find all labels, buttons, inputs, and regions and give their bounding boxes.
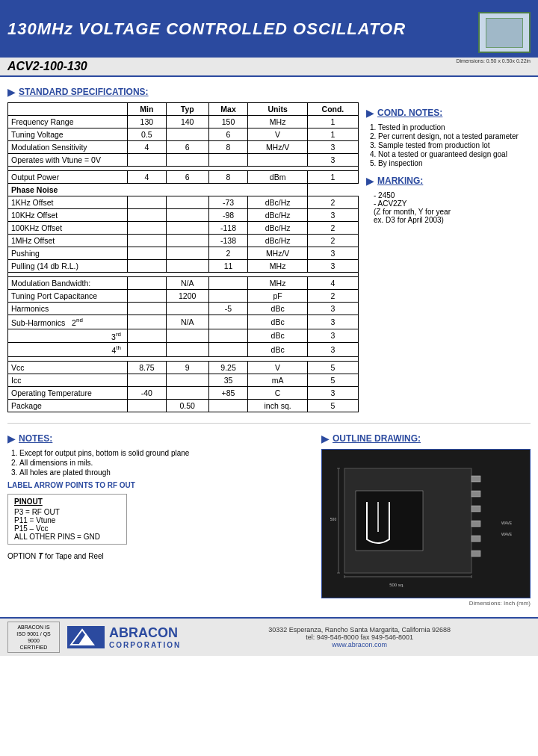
max-cell: -138 — [208, 235, 248, 247]
param-cell: Pulling (14 db R.L.) — [8, 260, 128, 273]
svg-rect-7 — [471, 536, 480, 542]
min-cell — [128, 329, 167, 343]
table-row: Phase Noise — [8, 184, 359, 196]
typ-cell: 1200 — [166, 290, 208, 303]
table-row: 1KHz Offset-73dBc/Hz2 — [8, 196, 359, 209]
cond-cell: 3 — [307, 209, 358, 222]
col-min: Min — [128, 103, 167, 116]
max-cell: 9.25 — [208, 361, 248, 374]
max-cell: -118 — [208, 222, 248, 235]
max-cell: 6 — [208, 128, 248, 141]
outline-label: OUTLINE DRAWING: — [333, 433, 421, 444]
cond-cell: 5 — [307, 361, 358, 374]
typ-cell: 9 — [166, 361, 208, 374]
param-cell: 1KHz Offset — [8, 196, 128, 209]
outline-svg: 500 sq. WAVE WAVE 500 — [322, 450, 531, 598]
typ-cell — [166, 260, 208, 273]
max-cell: -5 — [208, 303, 248, 315]
marking-content: - 2450- ACV2ZY(Z for month, Y for year e… — [366, 191, 531, 224]
typ-cell — [166, 374, 208, 386]
cond-cell: 3 — [307, 386, 358, 399]
cond-cell: 2 — [307, 235, 358, 247]
product-image — [478, 12, 531, 53]
param-cell: Harmonics — [8, 303, 128, 315]
min-cell — [128, 303, 167, 315]
footer-phone: tel: 949-546-8000 fax 949-546-8001 — [188, 633, 531, 641]
cond-cell: 5 — [307, 399, 358, 412]
max-cell — [208, 315, 248, 329]
param-cell: 4th — [8, 343, 128, 357]
param-cell: Sub-Harmonics 2nd — [8, 315, 128, 329]
footer: ABRACON IS ISO 9001 / QS 9000 CERTIFIED … — [0, 617, 538, 656]
outline-section: ▶ OUTLINE DRAWING: — [321, 428, 531, 607]
col-cond: Cond. — [307, 103, 358, 116]
min-cell: 8.75 — [128, 361, 167, 374]
table-row: Icc35mA5 — [8, 374, 359, 386]
max-cell: 35 — [208, 374, 248, 386]
param-cell: 100KHz Offset — [8, 222, 128, 235]
param-cell: Tuning Port Capacitance — [8, 290, 128, 303]
max-cell: -98 — [208, 209, 248, 222]
max-cell: -73 — [208, 196, 248, 209]
cond-cell: 3 — [307, 141, 358, 154]
min-cell — [128, 399, 167, 412]
footer-cert: ABRACON IS ISO 9001 / QS 9000 CERTIFIED — [7, 622, 60, 653]
min-cell — [128, 374, 167, 386]
table-row: Operating Temperature-40+85C3 — [8, 386, 359, 399]
min-cell — [128, 154, 167, 167]
logo-text: ABRACON CORPORATION — [109, 625, 181, 649]
outline-drawing: 500 sq. WAVE WAVE 500 — [321, 449, 531, 598]
option-t: T — [38, 552, 43, 560]
table-row: 3rddBc3 — [8, 329, 359, 343]
typ-cell — [166, 235, 208, 247]
notes-header: ▶ NOTES: — [7, 433, 314, 444]
cond-cell: 3 — [307, 343, 358, 357]
cert-line2: ISO 9001 / QS 9000 — [11, 630, 56, 644]
svg-rect-5 — [471, 506, 480, 512]
typ-cell — [166, 222, 208, 235]
table-row: Frequency Range130140150MHz1 — [8, 116, 359, 128]
cond-note-item: Sample tested from production lot — [378, 141, 531, 149]
min-cell: 0.5 — [128, 128, 167, 141]
units-cell: V — [248, 128, 307, 141]
table-row: Harmonics-5dBc3 — [8, 303, 359, 315]
typ-cell: N/A — [166, 277, 208, 290]
table-row: Modulation Sensitivity468MHz/V3 — [8, 141, 359, 154]
marking-line: ex. D3 for April 2003) — [374, 216, 531, 224]
marking-section: ▶ MARKING: - 2450- ACV2ZY(Z for month, Y… — [366, 175, 531, 224]
note-item: Except for output pins, bottom is solid … — [19, 449, 314, 457]
pinout-content: P3 = RF OUTP11 = VtuneP15 – VccALL OTHER… — [14, 508, 120, 541]
units-cell: MHz — [248, 260, 307, 273]
param-cell: Frequency Range — [8, 116, 128, 128]
cert-line3: CERTIFIED — [11, 644, 56, 651]
param-cell: 3rd — [8, 329, 128, 343]
min-cell — [128, 235, 167, 247]
units-cell: MHz/V — [248, 247, 307, 260]
min-cell — [128, 343, 167, 357]
max-cell — [208, 399, 248, 412]
param-cell: Modulation Bandwidth: — [8, 277, 128, 290]
units-cell: dBc — [248, 343, 307, 357]
max-cell — [208, 290, 248, 303]
units-cell: dBc — [248, 329, 307, 343]
param-cell: 10KHz Offset — [8, 209, 128, 222]
pinout-line: P11 = Vtune — [14, 516, 120, 524]
param-cell: 1MHz Offset — [8, 235, 128, 247]
max-cell: 150 — [208, 116, 248, 128]
svg-rect-6 — [471, 521, 480, 527]
cond-cell: 4 — [307, 277, 358, 290]
typ-cell: 140 — [166, 116, 208, 128]
cond-cell: 1 — [307, 128, 358, 141]
typ-cell: N/A — [166, 315, 208, 329]
pinout-line: P3 = RF OUT — [14, 508, 120, 516]
min-cell: 130 — [128, 116, 167, 128]
specs-section-header: ▶ STANDARD SPECIFICATIONS: — [7, 86, 531, 98]
col-units: Units — [248, 103, 307, 116]
table-row: Package0.50inch sq.5 — [8, 399, 359, 412]
outline-header: ▶ OUTLINE DRAWING: — [321, 433, 531, 444]
units-cell: dBc/Hz — [248, 222, 307, 235]
cond-notes-header: ▶ COND. NOTES: — [366, 107, 531, 119]
cond-notes-content: Tested in productionPer current design, … — [366, 123, 531, 167]
units-cell: dBc — [248, 315, 307, 329]
min-cell — [128, 222, 167, 235]
